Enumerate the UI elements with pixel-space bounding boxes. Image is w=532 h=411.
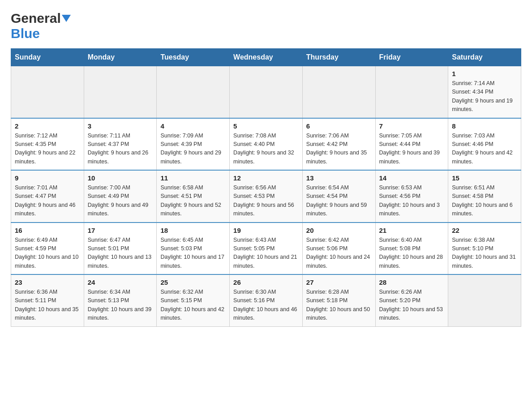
calendar-cell [157,66,230,118]
day-number: 5 [233,122,299,130]
calendar-cell: 10Sunrise: 7:00 AMSunset: 4:49 PMDayligh… [84,170,157,223]
day-number: 25 [160,278,226,286]
calendar-cell: 12Sunrise: 6:56 AMSunset: 4:53 PMDayligh… [230,170,303,223]
calendar-cell: 1Sunrise: 7:14 AMSunset: 4:34 PMDaylight… [448,66,521,118]
weekday-header-tuesday: Tuesday [157,49,230,66]
day-number: 19 [233,227,299,234]
day-number: 7 [379,122,445,130]
calendar-week-row: 9Sunrise: 7:01 AMSunset: 4:47 PMDaylight… [11,170,521,223]
weekday-header-monday: Monday [84,49,157,66]
day-info: Sunrise: 7:12 AMSunset: 4:35 PMDaylight:… [15,132,80,167]
day-info: Sunrise: 7:09 AMSunset: 4:39 PMDaylight:… [160,132,226,167]
day-info: Sunrise: 6:53 AMSunset: 4:56 PMDaylight:… [379,184,445,218]
day-number: 27 [306,278,372,286]
day-info: Sunrise: 6:47 AMSunset: 5:01 PMDaylight:… [88,236,153,271]
calendar-header: SundayMondayTuesdayWednesdayThursdayFrid… [11,49,521,66]
calendar-week-row: 23Sunrise: 6:36 AMSunset: 5:11 PMDayligh… [11,274,521,326]
day-info: Sunrise: 6:32 AMSunset: 5:15 PMDaylight:… [160,288,226,323]
day-number: 2 [15,122,80,130]
calendar-cell: 2Sunrise: 7:12 AMSunset: 4:35 PMDaylight… [11,118,84,171]
day-info: Sunrise: 6:38 AMSunset: 5:10 PMDaylight:… [452,236,517,271]
day-number: 18 [160,227,226,234]
day-info: Sunrise: 6:51 AMSunset: 4:58 PMDaylight:… [452,184,517,218]
calendar-cell [84,66,157,118]
weekday-header-friday: Friday [375,49,448,66]
calendar-cell: 4Sunrise: 7:09 AMSunset: 4:39 PMDaylight… [157,118,230,171]
day-info: Sunrise: 7:14 AMSunset: 4:34 PMDaylight:… [452,79,517,114]
calendar-cell: 13Sunrise: 6:54 AMSunset: 4:54 PMDayligh… [302,170,375,223]
day-number: 14 [379,174,445,182]
day-info: Sunrise: 6:26 AMSunset: 5:20 PMDaylight:… [379,288,445,323]
day-info: Sunrise: 6:42 AMSunset: 5:06 PMDaylight:… [306,236,372,271]
calendar-cell: 20Sunrise: 6:42 AMSunset: 5:06 PMDayligh… [302,223,375,275]
calendar-cell: 3Sunrise: 7:11 AMSunset: 4:37 PMDaylight… [84,118,157,171]
calendar-cell: 9Sunrise: 7:01 AMSunset: 4:47 PMDaylight… [11,170,84,223]
day-info: Sunrise: 6:54 AMSunset: 4:54 PMDaylight:… [306,184,372,218]
day-number: 12 [233,174,299,182]
day-number: 21 [379,227,445,234]
day-number: 8 [452,122,517,130]
day-number: 20 [306,227,372,234]
day-number: 6 [306,122,372,130]
calendar-table: SundayMondayTuesdayWednesdayThursdayFrid… [11,48,521,327]
page-header: General Blue [11,11,521,41]
day-number: 17 [88,227,153,234]
calendar-cell: 14Sunrise: 6:53 AMSunset: 4:56 PMDayligh… [375,170,448,223]
day-info: Sunrise: 6:58 AMSunset: 4:51 PMDaylight:… [160,184,226,218]
calendar-cell [448,274,521,326]
calendar-cell: 16Sunrise: 6:49 AMSunset: 4:59 PMDayligh… [11,223,84,275]
calendar-cell: 22Sunrise: 6:38 AMSunset: 5:10 PMDayligh… [448,223,521,275]
day-info: Sunrise: 6:34 AMSunset: 5:13 PMDaylight:… [88,288,153,323]
weekday-header-thursday: Thursday [302,49,375,66]
day-number: 22 [452,227,517,234]
day-info: Sunrise: 7:06 AMSunset: 4:42 PMDaylight:… [306,132,372,167]
day-info: Sunrise: 7:00 AMSunset: 4:49 PMDaylight:… [88,184,153,218]
svg-marker-0 [62,15,71,22]
calendar-cell: 26Sunrise: 6:30 AMSunset: 5:16 PMDayligh… [230,274,303,326]
weekday-header-saturday: Saturday [448,49,521,66]
calendar-week-row: 1Sunrise: 7:14 AMSunset: 4:34 PMDaylight… [11,66,521,118]
day-info: Sunrise: 6:49 AMSunset: 4:59 PMDaylight:… [15,236,80,271]
day-info: Sunrise: 6:40 AMSunset: 5:08 PMDaylight:… [379,236,445,271]
day-number: 24 [88,278,153,286]
calendar-cell: 24Sunrise: 6:34 AMSunset: 5:13 PMDayligh… [84,274,157,326]
calendar-cell: 6Sunrise: 7:06 AMSunset: 4:42 PMDaylight… [302,118,375,171]
day-info: Sunrise: 7:03 AMSunset: 4:46 PMDaylight:… [452,132,517,167]
day-number: 11 [160,174,226,182]
calendar-cell: 25Sunrise: 6:32 AMSunset: 5:15 PMDayligh… [157,274,230,326]
calendar-cell [11,66,84,118]
day-info: Sunrise: 7:08 AMSunset: 4:40 PMDaylight:… [233,132,299,167]
weekday-header-wednesday: Wednesday [230,49,303,66]
calendar-week-row: 2Sunrise: 7:12 AMSunset: 4:35 PMDaylight… [11,118,521,171]
day-info: Sunrise: 6:30 AMSunset: 5:16 PMDaylight:… [233,288,299,323]
calendar-cell: 11Sunrise: 6:58 AMSunset: 4:51 PMDayligh… [157,170,230,223]
day-number: 13 [306,174,372,182]
calendar-cell [230,66,303,118]
day-info: Sunrise: 6:45 AMSunset: 5:03 PMDaylight:… [160,236,226,271]
calendar-cell: 28Sunrise: 6:26 AMSunset: 5:20 PMDayligh… [375,274,448,326]
calendar-cell: 27Sunrise: 6:28 AMSunset: 5:18 PMDayligh… [302,274,375,326]
calendar-cell: 5Sunrise: 7:08 AMSunset: 4:40 PMDaylight… [230,118,303,171]
logo-general-text: General [11,11,61,26]
day-number: 26 [233,278,299,286]
day-info: Sunrise: 7:01 AMSunset: 4:47 PMDaylight:… [15,184,80,218]
day-number: 10 [88,174,153,182]
logo-triangle-icon [62,15,71,24]
calendar-cell: 7Sunrise: 7:05 AMSunset: 4:44 PMDaylight… [375,118,448,171]
day-info: Sunrise: 6:36 AMSunset: 5:11 PMDaylight:… [15,288,80,323]
calendar-cell: 23Sunrise: 6:36 AMSunset: 5:11 PMDayligh… [11,274,84,326]
day-number: 16 [15,227,80,234]
calendar-cell [302,66,375,118]
calendar-cell: 8Sunrise: 7:03 AMSunset: 4:46 PMDaylight… [448,118,521,171]
calendar-week-row: 16Sunrise: 6:49 AMSunset: 4:59 PMDayligh… [11,223,521,275]
calendar-cell: 21Sunrise: 6:40 AMSunset: 5:08 PMDayligh… [375,223,448,275]
calendar-cell: 19Sunrise: 6:43 AMSunset: 5:05 PMDayligh… [230,223,303,275]
day-number: 15 [452,174,517,182]
day-info: Sunrise: 6:43 AMSunset: 5:05 PMDaylight:… [233,236,299,271]
day-info: Sunrise: 6:28 AMSunset: 5:18 PMDaylight:… [306,288,372,323]
day-info: Sunrise: 6:56 AMSunset: 4:53 PMDaylight:… [233,184,299,218]
day-number: 9 [15,174,80,182]
day-number: 1 [452,70,517,77]
day-number: 3 [88,122,153,130]
day-info: Sunrise: 7:05 AMSunset: 4:44 PMDaylight:… [379,132,445,167]
